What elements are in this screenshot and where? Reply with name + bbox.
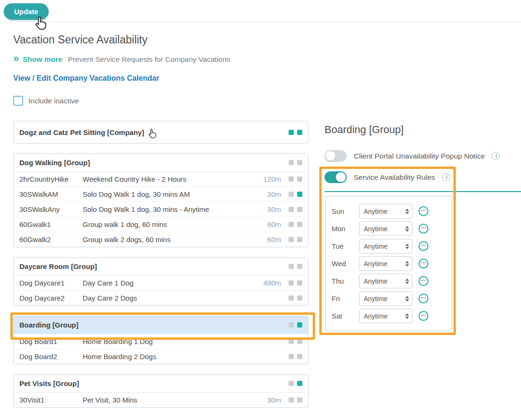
day-label: Wed — [332, 260, 359, 268]
service-code: 60Gwalk2 — [19, 235, 83, 244]
service-flags — [289, 222, 302, 227]
availability-flag[interactable] — [297, 130, 302, 135]
client-portal-popup-toggle[interactable] — [325, 150, 347, 162]
group-flags — [289, 264, 302, 269]
tue-availability-select[interactable]: Anytime — [359, 239, 412, 253]
availability-flag[interactable] — [289, 339, 294, 344]
service-row[interactable]: 30SWalkAny Solo Dog Walk 1 dog, 30 mins … — [14, 202, 308, 217]
service-row[interactable]: Dog Daycare2 Day Care 2 Dogs — [14, 290, 308, 305]
info-icon[interactable]: i — [442, 173, 450, 181]
group-header-boarding[interactable]: Boarding [Group] — [14, 316, 308, 334]
availability-flag[interactable] — [297, 339, 302, 344]
availability-flag[interactable] — [289, 354, 294, 359]
day-label: Fri — [332, 294, 359, 302]
availability-flag[interactable] — [297, 264, 302, 269]
service-row[interactable]: 60Gwalk2 Group walk 2 dogs, 60 mins 60m — [14, 232, 308, 247]
group-header-daycare-room[interactable]: Daycare Room [Group] — [14, 258, 308, 276]
availability-flag[interactable] — [289, 207, 294, 212]
vacation-availability-page: Vacation Service Availability » Show mor… — [0, 22, 521, 418]
availability-flag[interactable] — [297, 222, 302, 227]
more-options-icon[interactable]: ••• — [419, 259, 428, 269]
cursor-hand-icon — [147, 128, 158, 139]
show-more-link[interactable]: Show more — [23, 55, 62, 64]
service-availability-rules-toggle[interactable] — [325, 171, 347, 183]
service-flags — [289, 176, 302, 182]
service-row[interactable]: 60Gwalk1 Group walk 1 dog, 60 mins 60m — [14, 217, 308, 232]
group-label: Boarding [Group] — [19, 321, 78, 329]
day-rule-row: Tue Anytime ••• — [332, 239, 446, 253]
availability-flag[interactable] — [297, 237, 302, 242]
availability-flag[interactable] — [289, 160, 294, 165]
service-name: Pet Visit, 30 Mins — [83, 396, 257, 404]
service-name: Group walk 1 dog, 60 mins — [83, 220, 257, 228]
availability-flag[interactable] — [289, 264, 294, 269]
availability-days-panel: Sun Anytime ••• Mon Anytime ••• — [325, 196, 452, 331]
availability-flag[interactable] — [289, 280, 294, 286]
group-flags — [289, 160, 302, 165]
group-panel-pet-visits: Pet Visits [Group] 30Visit1 Pet Visit, 3… — [13, 374, 308, 408]
sun-availability-select[interactable]: Anytime — [359, 204, 412, 218]
service-name: Solo Dog Walk 1 dog, 30 mins - Anytime — [83, 205, 257, 213]
service-duration: 60m — [257, 235, 281, 244]
service-code: Dog Daycare2 — [19, 294, 83, 302]
group-header-dog-walking[interactable]: Dog Walking [Group] — [14, 154, 308, 172]
availability-flag[interactable] — [297, 397, 302, 403]
availability-flag[interactable] — [289, 322, 294, 328]
more-options-icon[interactable]: ••• — [419, 294, 428, 303]
select-wrapper: Anytime — [359, 221, 412, 236]
availability-flag[interactable] — [289, 222, 294, 227]
more-options-icon[interactable]: ••• — [419, 206, 428, 216]
group-header-pet-visits[interactable]: Pet Visits [Group] — [14, 375, 308, 393]
availability-flag[interactable] — [289, 397, 294, 403]
service-row[interactable]: 2hrCountryHike Weekend Country Hike - 2 … — [14, 172, 308, 186]
day-label: Thu — [332, 277, 359, 285]
service-row[interactable]: 30SWalkAM Solo Dog Walk 1 dog, 30 mins A… — [14, 186, 308, 202]
more-options-icon[interactable]: ••• — [419, 311, 428, 321]
service-flags — [289, 295, 302, 301]
fri-availability-select[interactable]: Anytime — [359, 291, 412, 306]
info-icon[interactable]: i — [492, 152, 500, 160]
service-name: Group walk 2 dogs, 60 mins — [83, 235, 257, 244]
top-toolbar: Update — [0, 0, 521, 22]
service-duration: 30m — [257, 190, 281, 198]
service-row[interactable]: Dog Daycare1 Day Care 1 Dog 480m — [14, 276, 308, 290]
day-label: Tue — [332, 242, 359, 250]
availability-flag[interactable] — [289, 192, 294, 197]
availability-flag[interactable] — [289, 237, 294, 242]
day-rule-row: Mon Anytime ••• — [332, 221, 446, 236]
availability-flag[interactable] — [297, 192, 302, 197]
service-tree-column: Dogz and Catz Pet Sitting [Company] Dog … — [13, 121, 308, 418]
vacations-calendar-link[interactable]: View / Edit Company Vacations Calendar — [13, 74, 159, 83]
thu-availability-select[interactable]: Anytime — [359, 274, 412, 288]
availability-flag[interactable] — [297, 381, 302, 386]
availability-flag[interactable] — [289, 381, 294, 386]
availability-flag[interactable] — [289, 130, 294, 135]
service-name: Solo Dog Walk 1 dog, 30 mins AM — [83, 190, 257, 198]
service-row[interactable]: Dog Board2 Home Boarding 2 Dogs — [14, 349, 308, 364]
availability-flag[interactable] — [297, 354, 302, 359]
sat-availability-select[interactable]: Anytime — [359, 309, 412, 323]
availability-flag[interactable] — [297, 322, 302, 328]
service-row[interactable]: 30Visit1 Pet Visit, 30 Mins 30m — [14, 393, 308, 407]
availability-flag[interactable] — [297, 295, 302, 301]
detail-title: Boarding [Group] — [325, 124, 521, 136]
more-options-icon[interactable]: ••• — [419, 276, 428, 286]
availability-flag[interactable] — [289, 176, 294, 182]
availability-flag[interactable] — [297, 160, 302, 165]
mon-availability-select[interactable]: Anytime — [359, 221, 412, 236]
include-inactive-checkbox[interactable] — [13, 96, 23, 106]
company-flags — [289, 130, 302, 135]
select-wrapper: Anytime — [359, 239, 412, 253]
wed-availability-select[interactable]: Anytime — [359, 256, 412, 271]
more-options-icon[interactable]: ••• — [419, 241, 428, 251]
availability-flag[interactable] — [289, 295, 294, 301]
availability-flag[interactable] — [297, 176, 302, 182]
availability-flag[interactable] — [297, 207, 302, 212]
toggle-label: Service Availability Rules — [354, 173, 435, 182]
availability-flag[interactable] — [297, 280, 302, 286]
more-options-icon[interactable]: ••• — [419, 224, 428, 234]
service-code: 30SWalkAM — [19, 190, 83, 198]
group-panel-dog-walking: Dog Walking [Group] 2hrCountryHike Weeke… — [13, 153, 308, 247]
service-row[interactable]: Dog Board1 Home Boarding 1 Dog — [14, 334, 308, 349]
company-panel[interactable]: Dogz and Catz Pet Sitting [Company] — [13, 121, 308, 143]
